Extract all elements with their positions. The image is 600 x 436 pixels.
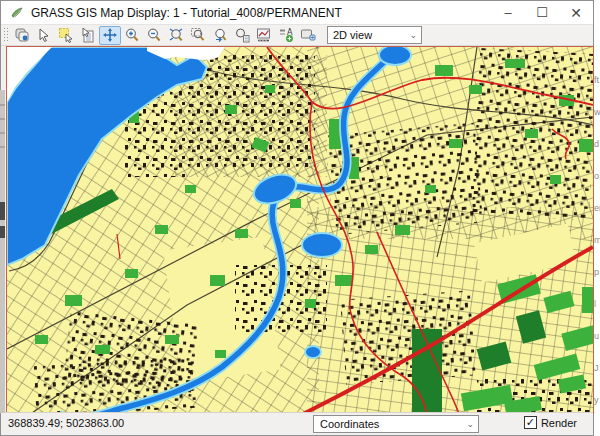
view-mode-select[interactable]: 2D view ⌄ <box>327 26 422 44</box>
zoom-region-icon[interactable] <box>165 26 187 45</box>
edge-text-fragment: w <box>594 107 600 117</box>
background-text-sliver: ftwdoermpluJy <box>594 0 600 436</box>
edge-text-fragment: p <box>594 267 599 277</box>
close-button[interactable]: ✕ <box>559 1 593 24</box>
query-icon[interactable] <box>55 26 77 45</box>
statusbar-mode-select[interactable]: Coordinates ⌄ <box>313 415 479 433</box>
display-map-icon[interactable] <box>11 26 33 45</box>
select-features-icon[interactable] <box>77 26 99 45</box>
render-label: Render <box>541 417 577 429</box>
grass-gis-icon <box>9 5 25 21</box>
zoom-in-icon[interactable] <box>121 26 143 45</box>
edge-text-fragment: m <box>594 235 600 245</box>
chevron-down-icon: ⌄ <box>409 30 417 40</box>
zoom-out-icon[interactable] <box>143 26 165 45</box>
edge-text-fragment: J <box>594 363 599 373</box>
edge-text-fragment: o <box>594 171 599 181</box>
status-bar: 368839.49; 5023863.00 Coordinates ⌄ ✓ Re… <box>1 412 593 435</box>
edge-text-fragment: d <box>594 139 599 149</box>
pointer-icon[interactable] <box>33 26 55 45</box>
toolbar-grip[interactable] <box>3 27 8 43</box>
map-toolbar: A 2D view ⌄ <box>1 25 593 46</box>
map-canvas[interactable] <box>6 46 594 414</box>
edge-text-fragment: ft <box>594 75 599 85</box>
pan-icon[interactable] <box>99 26 121 45</box>
minimize-button[interactable]: – <box>491 1 525 24</box>
map-display-window: GRASS GIS Map Display: 1 - Tutorial_4008… <box>0 0 594 436</box>
background-window-sliver <box>0 90 5 413</box>
edge-text-fragment: er <box>594 203 600 213</box>
analyze-map-icon[interactable] <box>253 26 275 45</box>
title-bar: GRASS GIS Map Display: 1 - Tutorial_4008… <box>1 1 593 25</box>
view-mode-value: 2D view <box>333 29 372 41</box>
edge-text-fragment: l <box>594 299 596 309</box>
zoom-options-icon[interactable] <box>231 26 253 45</box>
window-title: GRASS GIS Map Display: 1 - Tutorial_4008… <box>31 6 342 20</box>
check-icon: ✓ <box>526 417 535 428</box>
coordinate-readout: 368839.49; 5023863.00 <box>8 417 124 429</box>
zoom-extent-icon[interactable] <box>187 26 209 45</box>
render-toggle[interactable]: ✓ Render <box>524 416 577 429</box>
render-checkbox[interactable]: ✓ <box>524 416 537 429</box>
chevron-down-icon: ⌄ <box>466 419 474 429</box>
maximize-button[interactable]: ☐ <box>525 1 559 24</box>
statusbar-mode-value: Coordinates <box>320 418 379 430</box>
save-display-icon[interactable] <box>297 26 319 45</box>
edge-text-fragment: y <box>594 395 599 405</box>
edge-text-fragment: u <box>594 331 599 341</box>
zoom-back-icon[interactable] <box>209 26 231 45</box>
add-map-elements-icon[interactable]: A <box>275 26 297 45</box>
